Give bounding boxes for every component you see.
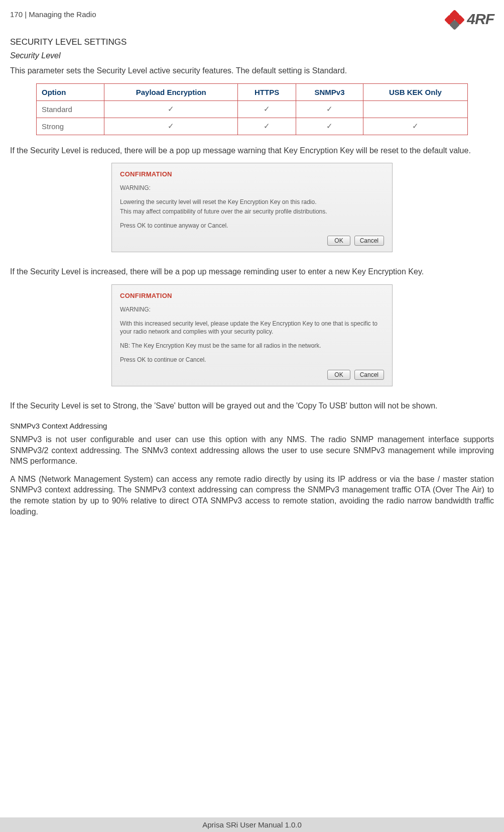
page-footer: Aprisa SRi User Manual 1.0.0 <box>0 817 504 832</box>
page-number: 170 <box>10 10 23 19</box>
dialog-line: Lowering the security level will reset t… <box>120 198 384 206</box>
dialog-warning-label: WARNING: <box>120 305 384 314</box>
table-header-row: Option Payload Encryption HTTPS SNMPv3 U… <box>37 83 468 100</box>
cancel-button[interactable]: Cancel <box>354 370 384 380</box>
table-row: Strong ✓ ✓ ✓ ✓ <box>37 118 468 135</box>
confirmation-dialog-increase: CONFIRMATION WARNING: With this increase… <box>111 284 393 387</box>
cell-payload: ✓ <box>104 118 238 135</box>
col-https: HTTPS <box>238 83 296 100</box>
logo-icon <box>446 10 465 28</box>
snmp-paragraph-2: A NMS (Network Management System) can ac… <box>10 474 494 517</box>
security-level-table: Option Payload Encryption HTTPS SNMPv3 U… <box>36 83 468 135</box>
paragraph-reduced: If the Security Level is reduced, there … <box>10 145 494 156</box>
section-heading: SECURITY LEVEL SETTINGS <box>10 37 494 47</box>
dialog-line: With this increased security level, plea… <box>120 320 384 336</box>
brand-text: 4RF <box>467 11 494 28</box>
paragraph-strong: If the Security Level is set to Strong, … <box>10 400 494 411</box>
dialog-title: CONFIRMATION <box>120 170 384 178</box>
snmp-paragraph-1: SNMPv3 is not user configurable and user… <box>10 434 494 467</box>
dialog-title: CONFIRMATION <box>120 292 384 299</box>
brand-logo: 4RF <box>446 10 494 28</box>
table-row: Standard ✓ ✓ ✓ <box>37 100 468 118</box>
col-option: Option <box>37 83 104 100</box>
separator: | <box>25 10 27 19</box>
section-subheading: Security Level <box>10 51 494 60</box>
ok-button[interactable]: OK <box>327 370 350 380</box>
intro-paragraph: This parameter sets the Security Level a… <box>10 65 494 76</box>
confirmation-dialog-lower: CONFIRMATION WARNING: Lowering the secur… <box>111 163 393 252</box>
page-number-section: 170 | Managing the Radio <box>10 10 96 19</box>
dialog-line: Press OK to continue or Cancel. <box>120 356 384 364</box>
col-payload: Payload Encryption <box>104 83 238 100</box>
dialog-line: NB: The Key Encryption Key must be the s… <box>120 342 384 350</box>
dialog-warning-label: WARNING: <box>120 184 384 192</box>
cell-https: ✓ <box>238 118 296 135</box>
cell-payload: ✓ <box>104 100 238 118</box>
cell-option: Standard <box>37 100 104 118</box>
col-snmp: SNMPv3 <box>296 83 363 100</box>
cell-usb: ✓ <box>363 118 467 135</box>
snmp-heading: SNMPv3 Context Addressing <box>10 422 494 430</box>
cell-snmp: ✓ <box>296 118 363 135</box>
dialog-line: This may affect compatibility of future … <box>120 207 384 216</box>
dialog-button-row: OK Cancel <box>120 236 384 246</box>
col-usb: USB KEK Only <box>363 83 467 100</box>
section-title: Managing the Radio <box>29 10 96 19</box>
cell-snmp: ✓ <box>296 100 363 118</box>
dialog-button-row: OK Cancel <box>120 370 384 380</box>
paragraph-increased: If the Security Level is increased, ther… <box>10 266 494 277</box>
page-header: 170 | Managing the Radio 4RF <box>10 10 494 28</box>
cell-https: ✓ <box>238 100 296 118</box>
cell-usb <box>363 100 467 118</box>
ok-button[interactable]: OK <box>327 236 350 246</box>
cell-option: Strong <box>37 118 104 135</box>
cancel-button[interactable]: Cancel <box>354 236 384 246</box>
dialog-line: Press OK to continue anyway or Cancel. <box>120 222 384 230</box>
